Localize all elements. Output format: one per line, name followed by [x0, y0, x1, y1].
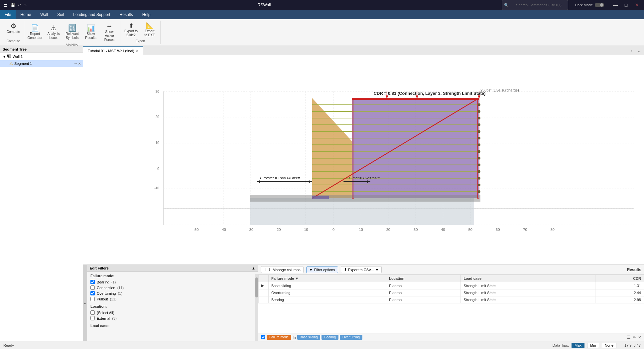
filter-options-button[interactable]: ▼ Filter options [306, 266, 338, 273]
show-results-label: ShowResults [85, 32, 96, 40]
window-controls[interactable]: — □ ✕ [611, 2, 641, 8]
toolbar: ⚙ Compute Compute 📄 ReportGenerator ⚠ An… [0, 19, 644, 46]
expand-icon[interactable]: ▼ [2, 55, 7, 59]
export-slide2-label: Export toSlide2 [124, 29, 138, 37]
expand-cell[interactable]: ▶ [259, 282, 269, 289]
filter-connection-count: (11) [117, 286, 124, 290]
segment-actions[interactable]: ✏ ✕ [74, 62, 81, 66]
tab-tutorial[interactable]: Tutorial 01 - MSE Wall (final) ✕ [83, 46, 143, 55]
results-settings-icon[interactable]: ☰ [627, 335, 631, 340]
tag-base-sliding[interactable]: Base sliding [297, 335, 321, 340]
data-tips: Data Tips: Max Min None 17.9, 3.47 [553, 343, 641, 348]
expand-cell[interactable] [259, 289, 269, 296]
close-button[interactable]: ✕ [632, 2, 641, 8]
panel-collapse-button[interactable]: ▲ [83, 265, 87, 341]
menu-wall[interactable]: Wall [36, 10, 53, 19]
filter-select-all-checkbox[interactable] [90, 310, 95, 315]
compute-button[interactable]: ⚙ Compute [5, 21, 22, 35]
dark-mode-toggle[interactable]: Dark Mode [575, 3, 604, 7]
filter-pullout-label: Pullout [97, 297, 108, 301]
tips-min-button[interactable]: Min [587, 343, 599, 348]
results-edit-icon[interactable]: ✏ [633, 335, 636, 340]
toolbar-group-visibility: 📄 ReportGenerator ⚠ AnalysisIssues 🔣 Rel… [24, 21, 120, 44]
menu-file[interactable]: File [0, 10, 16, 19]
expand-arrow[interactable]: ▶ [261, 283, 264, 287]
filter-external[interactable]: External (3) [90, 315, 255, 321]
filters-collapse-icon[interactable]: ▲ [252, 266, 255, 270]
filter-external-checkbox[interactable] [90, 316, 95, 320]
filter-connection-checkbox[interactable] [90, 285, 95, 290]
filter-tags-checkbox[interactable] [261, 335, 265, 339]
svg-text:40: 40 [441, 228, 445, 232]
filters-scrollbar-thumb[interactable] [255, 277, 258, 297]
tag-overturning[interactable]: Overturning [340, 335, 362, 340]
tag-bearing[interactable]: Bearing [322, 335, 338, 340]
search-input[interactable] [516, 3, 566, 7]
show-results-button[interactable]: 📊 ShowResults [82, 21, 99, 43]
show-active-forces-button[interactable]: ↔ Show ActiveForces [101, 21, 118, 43]
maximize-button[interactable]: □ [621, 2, 631, 8]
filter-pullout[interactable]: Pullout (11) [90, 296, 255, 302]
export-slide2-icon: ⬆ [129, 23, 134, 29]
active-forces-label: Show ActiveForces [101, 30, 117, 42]
filter-overturning[interactable]: Overturning (1) [90, 290, 255, 296]
col-load-case[interactable]: Load case [461, 275, 595, 282]
coordinates: 17.9, 3.47 [624, 343, 641, 347]
filters-scrollbar[interactable] [255, 274, 258, 341]
filter-connection[interactable]: Connection (11) [90, 285, 255, 290]
filter-overturning-checkbox[interactable] [90, 291, 95, 295]
symbols-icon: 🔣 [68, 25, 76, 31]
col-cdr[interactable]: CDR [595, 275, 644, 282]
tab-close[interactable]: ✕ [136, 49, 138, 53]
viz-area: 30 20 10 0 -10 -50 -40 -30 -20 -10 0 10 … [83, 55, 644, 264]
dark-mode-switch[interactable] [595, 3, 604, 7]
report-generator-button[interactable]: 📄 ReportGenerator [26, 21, 44, 43]
tag-failure-mode[interactable]: Failure mode [267, 335, 291, 340]
analysis-issues-button[interactable]: ⚠ AnalysisIssues [45, 21, 62, 43]
export-dropdown-icon[interactable]: ▼ [375, 268, 379, 272]
filter-select-all[interactable]: (Select All) [90, 310, 255, 315]
tips-none-button[interactable]: None [602, 343, 616, 348]
tips-max-button[interactable]: Max [572, 343, 584, 348]
tab-collapse-btn[interactable]: ⌄ [635, 48, 644, 53]
results-toolbar: ⋮⋮ Manage columns ▼ Filter options ⬇ Exp… [258, 265, 644, 275]
filter-bearing[interactable]: Bearing (1) [90, 279, 255, 285]
tree-item-wall1[interactable]: ▼ 🏗 Wall 1 [0, 53, 83, 60]
filter-external-label: External [97, 316, 110, 320]
search-box[interactable]: 🔍 [502, 0, 568, 10]
export-csv-button[interactable]: ⬇ Export to CSV... ▼ [341, 266, 382, 273]
table-row[interactable]: Bearing External Strength Limit State 2.… [259, 296, 644, 303]
filter-connection-label: Connection [97, 286, 115, 290]
menu-home[interactable]: Home [16, 10, 36, 19]
menu-help[interactable]: Help [138, 10, 155, 19]
col-expand [259, 275, 269, 282]
cdr-cell: 2.44 [595, 289, 644, 296]
filter-external-count: (3) [112, 316, 116, 320]
filter-bearing-checkbox[interactable] [90, 280, 95, 284]
svg-text:80: 80 [551, 228, 555, 232]
col-location[interactable]: Location [386, 275, 461, 282]
filter-pullout-checkbox[interactable] [90, 297, 95, 301]
table-row[interactable]: Overturning External Strength Limit Stat… [259, 289, 644, 296]
tab-collapse-right[interactable]: › [628, 48, 635, 53]
menu-results[interactable]: Results [115, 10, 138, 19]
expand-cell[interactable] [259, 296, 269, 303]
tree-item-segment1[interactable]: ⚠ Segment 1 ✏ ✕ [0, 60, 83, 67]
svg-text:70: 70 [523, 228, 527, 232]
load-case-cell: Strength Limit State [461, 289, 595, 296]
manage-columns-button[interactable]: ⋮⋮ Manage columns [261, 266, 304, 273]
col-failure-mode[interactable]: Failure mode ▼ [269, 275, 386, 282]
minimize-button[interactable]: — [611, 2, 620, 8]
svg-text:0: 0 [157, 167, 159, 171]
table-row[interactable]: ▶ Base sliding External Strength Limit S… [259, 282, 644, 289]
filters-body: Failure mode: Bearing (1) Connection (11… [87, 272, 258, 341]
menu-soil[interactable]: Soil [53, 10, 68, 19]
export-dxf-button[interactable]: 📐 Exportto DXF [141, 21, 158, 39]
export-slide2-button[interactable]: ⬆ Export toSlide2 [122, 21, 140, 39]
results-close-icon[interactable]: ✕ [638, 335, 641, 340]
relevant-symbols-button[interactable]: 🔣 RelevantSymbols [64, 21, 81, 43]
compute-group-label: Compute [7, 39, 20, 44]
status-bar: Ready Data Tips: Max Min None 17.9, 3.47 [0, 341, 644, 349]
menu-loading[interactable]: Loading and Support [68, 10, 115, 19]
filter-options-label: Filter options [314, 268, 335, 272]
